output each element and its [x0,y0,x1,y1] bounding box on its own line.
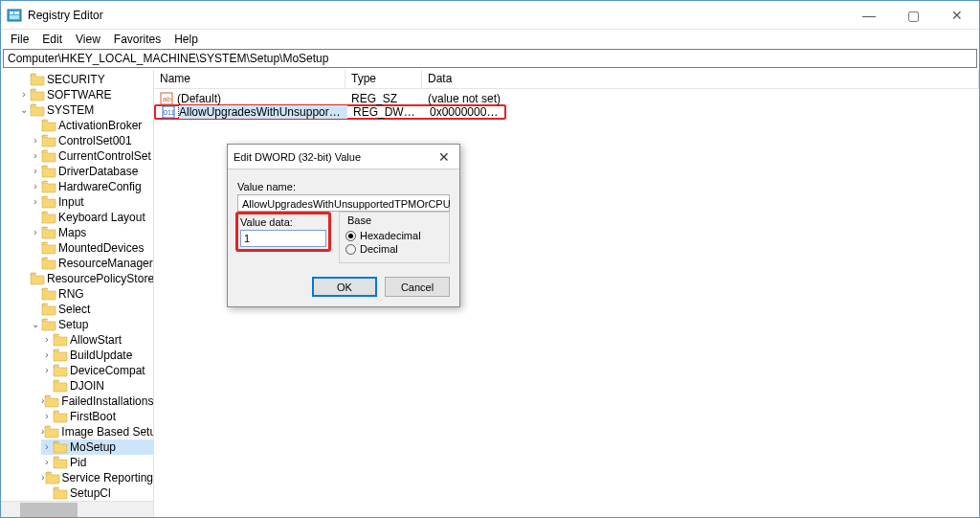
edit-dword-dialog: Edit DWORD (32-bit) Value ✕ Value name: … [227,144,460,307]
tree-label: SYSTEM [47,102,94,118]
tree-item[interactable]: RNG [30,286,153,302]
chevron-icon[interactable]: › [41,348,53,363]
tree-item[interactable]: Keyboard Layout [30,210,153,225]
folder-icon [53,440,68,454]
radio-decimal[interactable]: Decimal [345,243,443,255]
tree-item[interactable]: ›Input [30,194,153,210]
maximize-button[interactable]: ▢ [891,1,935,29]
tree-item[interactable]: DJOIN [41,378,153,394]
list-row[interactable]: 011AllowUpgradesWithUnsupportedTPMOrCPUR… [154,104,506,120]
tree-horizontal-scrollbar[interactable] [1,501,153,517]
tree-item[interactable]: ›Service Reporting [41,470,153,485]
tree-label: FirstBoot [70,409,116,424]
tree-item[interactable]: ›DeviceCompat [41,363,153,378]
menu-view[interactable]: View [70,32,106,47]
tree-item[interactable]: ActivationBroker [30,118,153,133]
tree-label: Service Reporting [62,470,153,485]
list-row[interactable]: ab(Default)REG_SZ(value not set) [154,91,979,106]
chevron-icon[interactable]: › [41,363,53,378]
menu-edit[interactable]: Edit [36,32,68,47]
chevron-icon[interactable]: › [30,148,41,164]
folder-icon [53,410,68,423]
folder-icon [41,180,56,193]
chevron-icon[interactable]: › [41,332,53,348]
tree-pane[interactable]: SECURITY›SOFTWARE⌄SYSTEM ActivationBroke… [1,70,154,517]
radio-hexadecimal[interactable]: Hexadecimal [345,230,443,241]
dialog-close-icon[interactable]: ✕ [434,149,454,165]
folder-icon [41,287,56,301]
scrollbar-thumb[interactable] [20,503,78,517]
tree-item[interactable]: ›HardwareConfig [30,179,153,194]
content-area: SECURITY›SOFTWARE⌄SYSTEM ActivationBroke… [1,70,979,517]
col-header-type[interactable]: Type [345,70,422,88]
folder-icon [30,88,45,101]
folder-icon [41,149,56,163]
col-header-data[interactable]: Data [422,70,979,88]
cancel-button[interactable]: Cancel [385,277,450,297]
col-header-name[interactable]: Name [154,70,345,88]
tree-label: SetupCl [70,485,111,501]
chevron-icon[interactable]: ⌄ [30,317,41,332]
menu-file[interactable]: File [5,32,34,47]
folder-icon [41,318,56,331]
value-data-input[interactable]: 1 [240,230,326,247]
folder-icon [41,195,56,209]
chevron-icon[interactable]: › [41,439,53,455]
tree-item[interactable]: ›FirstBoot [41,409,153,424]
tree-label: Image Based Setup [61,424,154,439]
svg-text:ab: ab [163,95,171,103]
tree-item[interactable]: ⌄SYSTEM [18,102,153,118]
tree-item[interactable]: SECURITY [18,72,153,87]
folder-icon [41,211,56,224]
tree-item[interactable]: ›MoSetup [41,439,153,455]
tree-item[interactable]: ›DriverDatabase [30,164,153,179]
tree-item[interactable]: ›FailedInstallations [41,394,153,409]
folder-icon [53,333,68,347]
tree-item[interactable]: ›Image Based Setup [41,424,153,439]
chevron-icon[interactable]: › [30,164,41,179]
tree-item[interactable]: Select [30,302,153,317]
folder-icon [44,394,59,408]
chevron-icon[interactable]: › [18,87,30,102]
value-type: REG_DWORD [347,105,424,119]
tree-item[interactable]: ResourcePolicyStore [30,271,153,286]
tree-item[interactable]: ⌄Setup [30,317,153,332]
close-button[interactable]: ✕ [935,1,979,29]
address-bar[interactable]: Computer\HKEY_LOCAL_MACHINE\SYSTEM\Setup… [3,49,977,68]
chevron-icon[interactable]: › [30,133,41,148]
tree-label: ControlSet001 [58,133,132,148]
chevron-icon[interactable]: › [30,179,41,194]
folder-icon [30,272,45,285]
svg-rect-1 [10,11,13,14]
folder-icon [41,226,56,239]
folder-icon [45,471,60,484]
menu-favorites[interactable]: Favorites [108,32,167,47]
minimize-button[interactable]: — [847,1,891,29]
tree-item[interactable]: ›Maps [30,225,153,240]
chevron-icon[interactable]: › [41,455,53,470]
folder-icon [41,119,56,132]
value-name: (Default) [177,92,221,105]
chevron-icon[interactable]: ⌄ [18,102,30,118]
tree-item[interactable]: ›AllowStart [41,332,153,348]
folder-icon [53,456,68,469]
tree-item[interactable]: MountedDevices [30,240,153,256]
folder-icon [30,103,45,117]
chevron-icon[interactable]: › [41,409,53,424]
chevron-icon[interactable]: › [30,225,41,240]
chevron-icon[interactable]: › [30,194,41,210]
dialog-titlebar[interactable]: Edit DWORD (32-bit) Value ✕ [228,145,459,169]
tree-item[interactable]: ResourceManager [30,256,153,271]
tree-item[interactable]: SetupCl [41,485,153,501]
tree-item[interactable]: ›SOFTWARE [18,87,153,102]
tree-label: SECURITY [47,72,105,87]
tree-label: Keyboard Layout [58,210,145,225]
tree-label: Pid [70,455,86,470]
radio-dot-icon [345,244,356,255]
tree-item[interactable]: ›BuildUpdate [41,348,153,363]
tree-item[interactable]: ›Pid [41,455,153,470]
tree-item[interactable]: ›ControlSet001 [30,133,153,148]
menu-help[interactable]: Help [168,32,204,47]
tree-item[interactable]: ›CurrentControlSet [30,148,153,164]
ok-button[interactable]: OK [312,277,377,297]
